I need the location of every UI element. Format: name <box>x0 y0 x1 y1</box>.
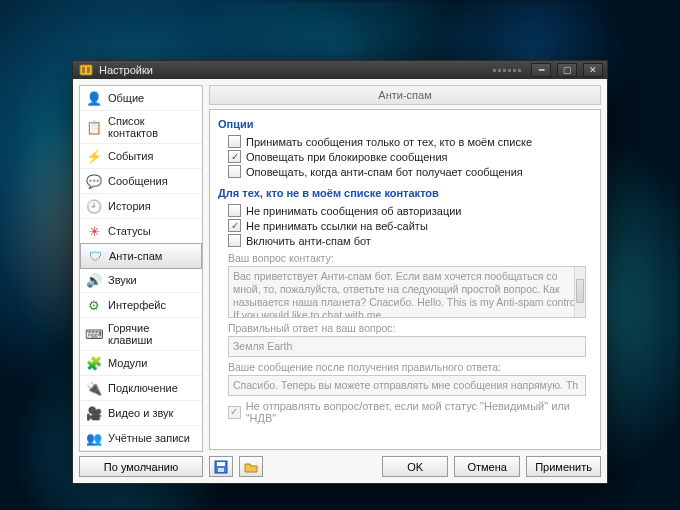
sidebar: 👤Общие📋Список контактов⚡События💬Сообщени… <box>79 85 203 477</box>
ok-button[interactable]: OK <box>382 456 448 477</box>
checkbox-icon <box>228 234 241 247</box>
load-preset-button[interactable] <box>239 456 263 477</box>
answer-input[interactable]: Земля Earth <box>228 336 586 357</box>
sidebar-item-icon: 🧩 <box>86 355 102 371</box>
sidebar-item-label: Интерфейс <box>108 299 166 311</box>
app-icon <box>79 63 93 77</box>
scrollbar[interactable] <box>574 267 585 317</box>
opt-only-from-list[interactable]: Принимать сообщения только от тех, кто в… <box>218 134 592 149</box>
sidebar-item-label: Анти-спам <box>109 250 162 262</box>
sidebar-item-5[interactable]: ✳Статусы <box>80 219 202 244</box>
section-not-in-list: Для тех, кто не в моём списке контактов <box>218 187 592 199</box>
svg-rect-5 <box>218 468 224 472</box>
sidebar-item-label: События <box>108 150 153 162</box>
opt-no-links[interactable]: ✓ Не принимать ссылки на веб-сайты <box>218 218 592 233</box>
sidebar-item-11[interactable]: 🔌Подключение <box>80 376 202 401</box>
sidebar-item-icon: ⚡ <box>86 148 102 164</box>
sidebar-item-icon: 🔊 <box>86 272 102 288</box>
sidebar-item-icon: ⚙ <box>86 297 102 313</box>
minimize-button[interactable]: ━ <box>531 63 551 77</box>
sidebar-item-label: Статусы <box>108 225 151 237</box>
sidebar-item-icon: 👥 <box>86 430 102 446</box>
checkbox-label: Оповещать, когда анти-спам бот получает … <box>246 166 523 178</box>
titlebar[interactable]: Настройки ━ ▢ ✕ <box>73 61 607 79</box>
checkbox-label: Принимать сообщения только от тех, кто в… <box>246 136 532 148</box>
sidebar-item-icon: 🕘 <box>86 198 102 214</box>
sidebar-item-label: Видео и звук <box>108 407 173 419</box>
checkbox-icon: ✓ <box>228 219 241 232</box>
checkbox-label: Не принимать ссылки на веб-сайты <box>246 220 428 232</box>
settings-window: Настройки ━ ▢ ✕ 👤Общие📋Список контактов⚡… <box>72 60 608 484</box>
sidebar-item-13[interactable]: 👥Учётные записи <box>80 426 202 451</box>
input-content: Спасибо. Теперь вы можете отправлять мне… <box>233 379 578 391</box>
sidebar-item-label: Горячие клавиши <box>108 322 196 346</box>
after-label: Ваше сообщение после получения правильно… <box>228 361 592 373</box>
question-label: Ваш вопрос контакту: <box>228 252 592 264</box>
svg-rect-0 <box>80 65 92 75</box>
sidebar-item-icon: ✳ <box>86 223 102 239</box>
checkbox-label: Включить анти-спам бот <box>246 235 371 247</box>
sidebar-item-icon: 🛡 <box>87 248 103 264</box>
sidebar-item-label: Звуки <box>108 274 137 286</box>
opt-notify-bot[interactable]: Оповещать, когда анти-спам бот получает … <box>218 164 592 179</box>
sidebar-item-7[interactable]: 🔊Звуки <box>80 268 202 293</box>
window-title: Настройки <box>99 64 153 76</box>
sidebar-item-0[interactable]: 👤Общие <box>80 86 202 111</box>
sidebar-item-12[interactable]: 🎥Видео и звук <box>80 401 202 426</box>
opt-enable-bot[interactable]: Включить анти-спам бот <box>218 233 592 248</box>
input-content: Земля Earth <box>233 340 292 352</box>
sidebar-item-label: Подключение <box>108 382 178 394</box>
sidebar-item-icon: 🔌 <box>86 380 102 396</box>
folder-icon <box>244 460 258 474</box>
sidebar-item-3[interactable]: 💬Сообщения <box>80 169 202 194</box>
sidebar-item-label: Список контактов <box>108 115 196 139</box>
opt-not-if-invisible[interactable]: ✓ Не отправлять вопрос/ответ, если мой с… <box>218 399 592 425</box>
apply-button[interactable]: Применить <box>526 456 601 477</box>
category-list: 👤Общие📋Список контактов⚡События💬Сообщени… <box>79 85 203 452</box>
button-bar: OK Отмена Применить <box>209 454 601 477</box>
sidebar-item-label: Сообщения <box>108 175 168 187</box>
opt-no-auth[interactable]: Не принимать сообщения об авторизации <box>218 203 592 218</box>
checkbox-icon: ✓ <box>228 150 241 163</box>
defaults-button[interactable]: По умолчанию <box>79 456 203 477</box>
sidebar-item-icon: 🎥 <box>86 405 102 421</box>
sidebar-item-9[interactable]: ⌨Горячие клавиши <box>80 318 202 351</box>
close-button[interactable]: ✕ <box>583 63 603 77</box>
checkbox-icon: ✓ <box>228 406 241 419</box>
sidebar-item-2[interactable]: ⚡События <box>80 144 202 169</box>
sidebar-item-1[interactable]: 📋Список контактов <box>80 111 202 144</box>
checkbox-icon <box>228 165 241 178</box>
textarea-content: Вас приветствует Анти-спам бот. Если вам… <box>233 270 581 318</box>
checkbox-label: Оповещать при блокировке сообщения <box>246 151 448 163</box>
diskette-icon <box>214 460 228 474</box>
cancel-button[interactable]: Отмена <box>454 456 520 477</box>
settings-panel: Анти-спам Опции Принимать сообщения толь… <box>209 85 601 477</box>
svg-rect-2 <box>87 67 90 73</box>
sidebar-item-8[interactable]: ⚙Интерфейс <box>80 293 202 318</box>
checkbox-label: Не отправлять вопрос/ответ, если мой ста… <box>246 400 592 424</box>
sidebar-item-4[interactable]: 🕘История <box>80 194 202 219</box>
opt-notify-block[interactable]: ✓ Оповещать при блокировке сообщения <box>218 149 592 164</box>
sidebar-item-6[interactable]: 🛡Анти-спам <box>80 243 202 269</box>
bot-settings-group: Ваш вопрос контакту: Вас приветствует Ан… <box>218 252 592 425</box>
after-input[interactable]: Спасибо. Теперь вы можете отправлять мне… <box>228 375 586 396</box>
sidebar-item-label: История <box>108 200 151 212</box>
sidebar-item-icon: 👤 <box>86 90 102 106</box>
panel-title: Анти-спам <box>209 85 601 105</box>
section-options: Опции <box>218 118 592 130</box>
sidebar-item-icon: 📋 <box>86 119 102 135</box>
svg-rect-1 <box>82 67 85 73</box>
checkbox-icon <box>228 135 241 148</box>
client-area: 👤Общие📋Список контактов⚡События💬Сообщени… <box>73 79 607 483</box>
checkbox-label: Не принимать сообщения об авторизации <box>246 205 462 217</box>
save-preset-button[interactable] <box>209 456 233 477</box>
sidebar-item-label: Модули <box>108 357 147 369</box>
maximize-button[interactable]: ▢ <box>557 63 577 77</box>
checkbox-icon <box>228 204 241 217</box>
sidebar-item-icon: 💬 <box>86 173 102 189</box>
answer-label: Правильный ответ на ваш вопрос: <box>228 322 592 334</box>
sidebar-item-label: Общие <box>108 92 144 104</box>
sidebar-item-10[interactable]: 🧩Модули <box>80 351 202 376</box>
question-textarea[interactable]: Вас приветствует Анти-спам бот. Если вам… <box>228 266 586 318</box>
titlebar-grip-icon <box>493 69 521 72</box>
